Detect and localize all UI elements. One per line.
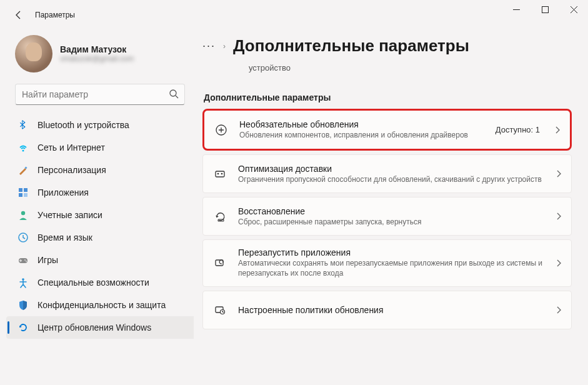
avatar (15, 35, 52, 72)
sidebar-item-label: Учетные записи (37, 210, 102, 220)
sidebar-item-game[interactable]: Игры (6, 249, 194, 271)
card-title: Настроенные политики обновления (238, 305, 545, 315)
svg-rect-5 (19, 188, 22, 192)
search-box[interactable] (15, 84, 185, 105)
sidebar-item-shield[interactable]: Конфиденциальность и защита (6, 294, 194, 316)
recover-icon (213, 209, 227, 223)
svg-point-12 (24, 259, 26, 261)
breadcrumb-separator: › (223, 42, 226, 51)
wifi-icon (17, 142, 29, 153)
card-subtitle: Сброс, расширенные параметры запуска, ве… (238, 217, 545, 227)
card-title: Необязательные обновления (239, 119, 484, 129)
restart-icon (213, 256, 227, 270)
card-title: Оптимизация доставки (238, 164, 545, 174)
breadcrumb-overflow[interactable]: ··· (202, 39, 216, 52)
sidebar-item-clock[interactable]: Время и язык (6, 226, 194, 249)
svg-rect-1 (542, 6, 548, 12)
minimize-button[interactable] (502, 0, 531, 19)
card-title: Перезапустить приложения (238, 248, 545, 258)
chevron-right-icon (556, 212, 561, 220)
breadcrumb: ··· › Дополнительные параметры (202, 36, 572, 56)
sidebar-item-label: Конфиденциальность и защита (37, 300, 166, 310)
svg-point-9 (21, 211, 25, 215)
shield-icon (17, 299, 29, 311)
svg-rect-7 (19, 193, 22, 197)
settings-card-delivery[interactable]: Оптимизация доставки Ограничения пропуск… (202, 154, 572, 193)
maximize-button[interactable] (531, 0, 559, 19)
nav-list: Bluetooth и устройстваСеть и ИнтернетПер… (6, 114, 194, 339)
chevron-right-icon (555, 126, 560, 134)
svg-point-18 (221, 173, 223, 175)
section-label: Дополнительные параметры (204, 92, 572, 102)
card-subtitle: Ограничения пропускной способности для о… (238, 174, 545, 184)
sidebar-item-apps[interactable]: Приложения (6, 181, 194, 204)
profile-name: Вадим Матузок (60, 44, 134, 54)
sidebar-item-sync[interactable]: Центр обновления Windows (6, 316, 194, 339)
titlebar: Параметры (0, 0, 588, 30)
svg-rect-16 (216, 171, 224, 177)
sidebar-item-label: Время и язык (37, 232, 92, 242)
profile-email: vmatuzok@gmail.com (60, 54, 134, 63)
clock-icon (17, 232, 29, 243)
svg-rect-6 (24, 188, 27, 192)
chevron-right-icon (556, 259, 561, 267)
settings-card-recover[interactable]: Восстановление Сброс, расширенные параме… (202, 197, 572, 236)
content-pane: ··· › Дополнительные параметры устройств… (194, 30, 588, 385)
sidebar-item-label: Bluetooth и устройства (37, 120, 129, 130)
card-title: Восстановление (238, 206, 545, 216)
apps-icon (17, 187, 29, 198)
close-button[interactable] (559, 0, 588, 19)
card-status: Доступно: 1 (496, 125, 540, 134)
svg-point-17 (217, 173, 219, 175)
brush-icon (17, 164, 29, 176)
search-input[interactable] (15, 84, 185, 105)
chevron-right-icon (556, 170, 561, 178)
sidebar-item-brush[interactable]: Персонализация (6, 159, 194, 181)
user-icon (17, 209, 29, 221)
card-subtitle: Автоматически сохранять мои перезапускае… (238, 258, 545, 278)
settings-card-plus[interactable]: Необязательные обновления Обновления ком… (202, 109, 572, 151)
sidebar-item-label: Специальные возможности (37, 278, 149, 288)
sync-icon (17, 322, 29, 333)
access-icon (17, 277, 29, 288)
plus-icon (214, 123, 228, 137)
svg-point-2 (170, 90, 176, 96)
sidebar-item-label: Персонализация (37, 165, 106, 175)
bt-icon (17, 119, 29, 131)
sidebar-item-label: Сеть и Интернет (37, 142, 105, 152)
svg-rect-8 (24, 193, 27, 197)
card-subtitle: Обновления компонентов, исправления и об… (239, 130, 484, 140)
sidebar-item-bt[interactable]: Bluetooth и устройства (6, 114, 194, 136)
settings-card-restart[interactable]: Перезапустить приложения Автоматически с… (202, 239, 572, 286)
delivery-icon (213, 167, 227, 181)
sidebar-item-wifi[interactable]: Сеть и Интернет (6, 136, 194, 159)
sidebar-item-label: Игры (37, 255, 58, 265)
previous-card-fragment: устройство (202, 61, 572, 81)
sidebar-item-label: Приложения (37, 188, 89, 198)
sidebar-item-label: Центр обновления Windows (37, 322, 151, 332)
svg-line-3 (176, 96, 178, 98)
search-icon (169, 89, 179, 99)
sidebar: Вадим Матузок vmatuzok@gmail.com Bluetoo… (0, 30, 194, 385)
app-title: Параметры (35, 11, 75, 19)
policy-icon (213, 303, 227, 317)
sidebar-item-access[interactable]: Специальные возможности (6, 271, 194, 294)
chevron-right-icon (556, 306, 561, 314)
settings-card-policy[interactable]: Настроенные политики обновления (202, 291, 572, 329)
page-title: Дополнительные параметры (233, 36, 469, 56)
game-icon (17, 254, 29, 266)
sidebar-item-user[interactable]: Учетные записи (6, 204, 194, 226)
profile-block[interactable]: Вадим Матузок vmatuzok@gmail.com (6, 34, 194, 84)
svg-point-13 (26, 261, 27, 262)
back-button[interactable] (9, 5, 29, 25)
